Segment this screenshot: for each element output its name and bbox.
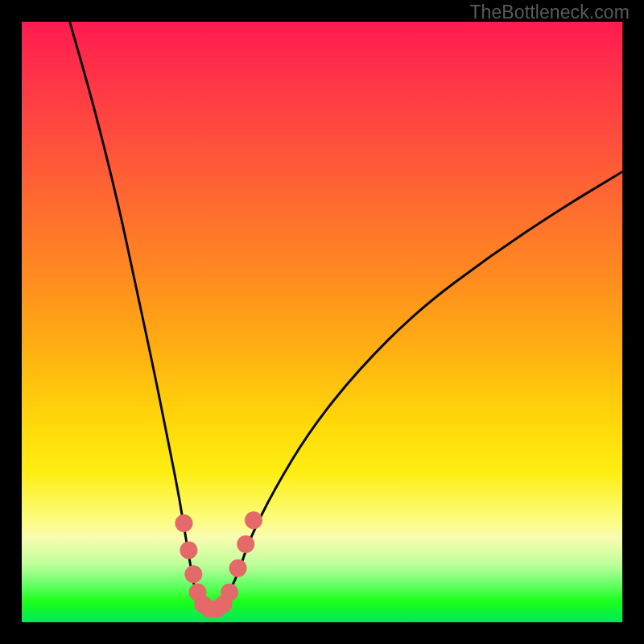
highlight-dot xyxy=(237,535,254,553)
highlight-dot xyxy=(221,584,238,601)
highlight-dot xyxy=(180,541,197,559)
watermark-label: TheBottleneck.com xyxy=(469,2,630,23)
highlight-dot xyxy=(245,511,262,529)
bottleneck-curve-svg xyxy=(22,22,622,622)
plot-area xyxy=(22,22,622,622)
bottleneck-curve-path xyxy=(70,22,622,610)
highlight-dot xyxy=(175,514,192,532)
highlight-dot xyxy=(229,559,247,577)
highlight-dot xyxy=(184,565,202,583)
chart-frame: TheBottleneck.com xyxy=(0,0,644,644)
